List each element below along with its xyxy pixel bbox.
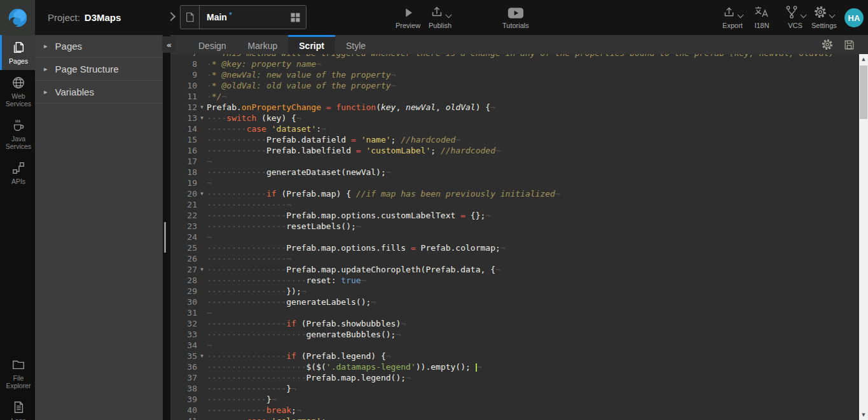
save-icon[interactable]	[843, 39, 855, 51]
accordion-label: Page Structure	[55, 64, 119, 74]
code-line[interactable]: 13▾····switch (key) {¬	[170, 113, 859, 123]
code-line[interactable]: 7·* This method will be triggered whenev…	[170, 54, 859, 59]
line-number: 31	[170, 307, 197, 318]
eol-marker: ¬	[207, 340, 212, 350]
preview-button[interactable]: Preview	[396, 5, 420, 29]
code-line[interactable]: 20▾············if (Prefab.map) { //if ma…	[170, 188, 859, 199]
editor-settings-gear-icon[interactable]	[821, 38, 834, 51]
code-line[interactable]: 30················generateLabels();¬	[170, 297, 859, 307]
scrollbar-thumb[interactable]	[860, 66, 867, 119]
code-line[interactable]: 41········case 'colormap':¬	[170, 416, 859, 420]
top-bar: Project: D3Maps Main * Previe	[0, 0, 868, 35]
code-line[interactable]: 29················});¬	[170, 286, 859, 297]
code-line[interactable]: 21················¬	[170, 199, 859, 210]
vcs-button[interactable]: VCS	[785, 5, 806, 29]
tab-markup[interactable]: Markup	[237, 35, 289, 54]
publish-button[interactable]: Publish	[429, 5, 451, 29]
settings-button[interactable]: Settings	[811, 5, 837, 29]
i18n-label: I18N	[754, 22, 769, 29]
collapse-panel-button[interactable]: «	[162, 36, 176, 53]
code-line[interactable]: 34¬	[170, 340, 859, 351]
line-number: 11	[170, 91, 197, 102]
code-line[interactable]: 35▾················if (Prefab.legend) {¬	[170, 351, 859, 361]
export-button[interactable]: Export	[722, 5, 743, 29]
code-line[interactable]: 28····················reset: true¬	[170, 275, 859, 286]
code-line[interactable]: 18············generateDataset(newVal);¬	[170, 167, 859, 178]
fold-arrow-icon[interactable]: ▾	[197, 351, 207, 361]
code-line[interactable]: 15············Prefab.datafield = 'name';…	[170, 134, 859, 145]
line-number: 9	[170, 69, 197, 80]
export-chevron-icon	[738, 12, 744, 18]
code-line[interactable]: 10·* @oldVal: old value of the property¬	[170, 80, 859, 91]
code-line[interactable]: 27▾················Prefab.map.updateChor…	[170, 264, 859, 275]
tab-design[interactable]: Design	[188, 35, 237, 54]
breadcrumb: Project: D3Maps	[48, 0, 121, 35]
code-line[interactable]: 31¬	[170, 307, 859, 318]
eol-marker: ¬	[291, 384, 296, 393]
active-page-tab[interactable]: Main *	[180, 5, 307, 29]
eol-marker: ¬	[326, 416, 331, 420]
code-line[interactable]: 17¬	[170, 156, 859, 167]
panel-scrollbar-thumb[interactable]	[164, 222, 166, 253]
fold-arrow-icon[interactable]: ▾	[197, 264, 207, 275]
fold-arrow-icon[interactable]: ▾	[197, 113, 207, 123]
pages-grid-icon[interactable]	[290, 12, 301, 23]
code-line[interactable]: 39············}¬	[170, 394, 859, 405]
line-number: 34	[170, 340, 197, 351]
code-line[interactable]: 14········case 'dataset':¬	[170, 123, 859, 134]
i18n-translate-icon	[754, 5, 769, 19]
home-logo-button[interactable]	[0, 0, 35, 35]
code-line[interactable]: 38················}¬	[170, 383, 859, 394]
code-line[interactable]: 32················if (Prefab.showbubbles…	[170, 318, 859, 329]
eol-marker: ¬	[391, 70, 396, 80]
fold-spacer	[197, 145, 207, 156]
line-number: 25	[170, 242, 197, 253]
scroll-down-button[interactable]: ▼	[859, 410, 868, 420]
accordion-variables[interactable]: ▸ Variables	[35, 81, 163, 104]
code-line[interactable]: 22················Prefab.map.options.cus…	[170, 210, 859, 221]
code-line[interactable]: 8·* @key: property name¬	[170, 59, 859, 69]
user-avatar[interactable]: HA	[844, 8, 864, 27]
code-line[interactable]: 26················¬	[170, 253, 859, 264]
fold-spacer	[197, 54, 207, 59]
code-line[interactable]: 36····················$($('.datamaps-leg…	[170, 361, 859, 372]
page-file-icon	[181, 6, 200, 29]
accordion-pages[interactable]: ▸ Pages	[35, 35, 163, 58]
fold-arrow-icon[interactable]: ▾	[197, 188, 207, 199]
code-line[interactable]: 40············break;¬	[170, 405, 859, 416]
code-line[interactable]: 25················Prefab.map.options.fil…	[170, 242, 859, 253]
fold-spacer	[197, 178, 207, 188]
fold-spacer	[197, 167, 207, 178]
i18n-button[interactable]: I18N	[754, 5, 769, 29]
scroll-up-button[interactable]: ▲	[859, 54, 868, 64]
fold-spacer	[197, 123, 207, 134]
rail-item-web-services[interactable]: Web Services	[0, 70, 35, 113]
tutorials-button[interactable]: Tutorials	[502, 5, 529, 29]
code-line[interactable]: 9·* @newVal: new value of the property¬	[170, 69, 859, 80]
line-number: 22	[170, 210, 197, 221]
code-line[interactable]: 24¬	[170, 232, 859, 242]
rail-item-file-explorer[interactable]: File Explorer	[0, 352, 35, 395]
script-code-editor[interactable]: 7·* This method will be triggered whenev…	[170, 54, 859, 420]
eol-marker: ¬	[207, 232, 212, 242]
fold-arrow-icon[interactable]: ▾	[197, 102, 207, 113]
editor-scrollbar[interactable]: ▲ ▼	[859, 54, 868, 420]
rail-item-pages[interactable]: Pages	[0, 35, 35, 70]
accordion-page-structure[interactable]: ▸ Page Structure	[35, 58, 163, 81]
tab-script[interactable]: Script	[288, 35, 335, 54]
code-line[interactable]: 33····················generateBubbles();…	[170, 329, 859, 340]
code-line[interactable]: 23················resetLabels();¬	[170, 221, 859, 232]
rail-item-apis[interactable]: APIs	[0, 155, 35, 190]
project-name: D3Maps	[85, 12, 121, 23]
code-line[interactable]: 12▾Prefab.onPropertyChange = function(ke…	[170, 102, 859, 113]
code-line[interactable]: 19¬	[170, 178, 859, 188]
settings-label: Settings	[811, 22, 837, 29]
rail-item-logs[interactable]: Logs	[0, 395, 35, 420]
eol-marker: ¬	[301, 286, 307, 296]
tab-style[interactable]: Style	[335, 35, 376, 54]
rail-item-java-services[interactable]: Java Services	[0, 113, 35, 155]
code-line[interactable]: 37····················Prefab.map.legend(…	[170, 372, 859, 383]
line-number: 37	[170, 372, 197, 383]
code-line[interactable]: 11·*/¬	[170, 91, 859, 102]
code-line[interactable]: 16············Prefab.labelfield = 'custo…	[170, 145, 859, 156]
